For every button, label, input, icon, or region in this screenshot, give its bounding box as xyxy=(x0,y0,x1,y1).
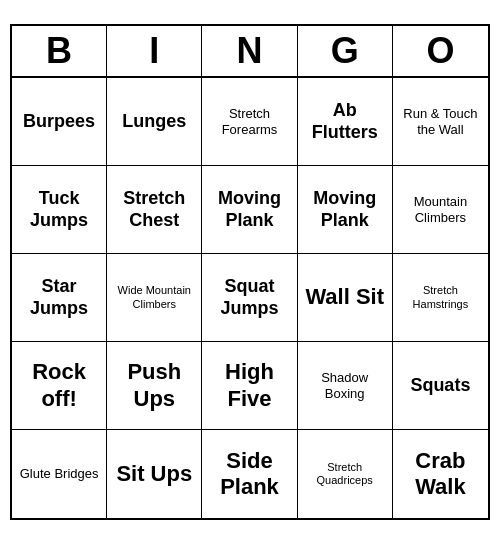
bingo-cell: Crab Walk xyxy=(393,430,488,518)
cell-label: Run & Touch the Wall xyxy=(397,106,484,137)
cell-label: Squat Jumps xyxy=(206,276,292,319)
bingo-cell: Burpees xyxy=(12,78,107,166)
bingo-header: BINGO xyxy=(12,26,488,78)
bingo-cell: Shadow Boxing xyxy=(298,342,393,430)
cell-label: Stretch Chest xyxy=(111,188,197,231)
bingo-cell: Star Jumps xyxy=(12,254,107,342)
header-letter: B xyxy=(12,26,107,76)
bingo-cell: Side Plank xyxy=(202,430,297,518)
bingo-cell: Ab Flutters xyxy=(298,78,393,166)
cell-label: Rock off! xyxy=(16,359,102,412)
cell-label: Glute Bridges xyxy=(20,466,99,482)
cell-label: Side Plank xyxy=(206,448,292,501)
bingo-cell: Lunges xyxy=(107,78,202,166)
bingo-card: BINGO BurpeesLungesStretch ForearmsAb Fl… xyxy=(10,24,490,520)
bingo-cell: Squat Jumps xyxy=(202,254,297,342)
cell-label: Stretch Quadriceps xyxy=(302,461,388,487)
cell-label: Crab Walk xyxy=(397,448,484,501)
bingo-cell: Run & Touch the Wall xyxy=(393,78,488,166)
bingo-cell: Stretch Forearms xyxy=(202,78,297,166)
bingo-cell: Mountain Climbers xyxy=(393,166,488,254)
cell-label: Shadow Boxing xyxy=(302,370,388,401)
bingo-cell: Push Ups xyxy=(107,342,202,430)
cell-label: Stretch Forearms xyxy=(206,106,292,137)
cell-label: Star Jumps xyxy=(16,276,102,319)
cell-label: Stretch Hamstrings xyxy=(397,284,484,310)
cell-label: Lunges xyxy=(122,111,186,133)
cell-label: Wall Sit xyxy=(305,284,384,310)
bingo-cell: Stretch Quadriceps xyxy=(298,430,393,518)
bingo-cell: Stretch Chest xyxy=(107,166,202,254)
cell-label: Ab Flutters xyxy=(302,100,388,143)
bingo-cell: Moving Plank xyxy=(298,166,393,254)
cell-label: Tuck Jumps xyxy=(16,188,102,231)
cell-label: Squats xyxy=(410,375,470,397)
bingo-cell: Wall Sit xyxy=(298,254,393,342)
bingo-cell: Moving Plank xyxy=(202,166,297,254)
bingo-cell: High Five xyxy=(202,342,297,430)
cell-label: Moving Plank xyxy=(206,188,292,231)
header-letter: O xyxy=(393,26,488,76)
header-letter: N xyxy=(202,26,297,76)
cell-label: Mountain Climbers xyxy=(397,194,484,225)
bingo-cell: Tuck Jumps xyxy=(12,166,107,254)
header-letter: G xyxy=(298,26,393,76)
bingo-grid: BurpeesLungesStretch ForearmsAb Flutters… xyxy=(12,78,488,518)
cell-label: Burpees xyxy=(23,111,95,133)
bingo-cell: Rock off! xyxy=(12,342,107,430)
bingo-cell: Squats xyxy=(393,342,488,430)
cell-label: High Five xyxy=(206,359,292,412)
cell-label: Push Ups xyxy=(111,359,197,412)
header-letter: I xyxy=(107,26,202,76)
cell-label: Moving Plank xyxy=(302,188,388,231)
cell-label: Sit Ups xyxy=(116,461,192,487)
bingo-cell: Glute Bridges xyxy=(12,430,107,518)
cell-label: Wide Mountain Climbers xyxy=(111,284,197,310)
bingo-cell: Stretch Hamstrings xyxy=(393,254,488,342)
bingo-cell: Wide Mountain Climbers xyxy=(107,254,202,342)
bingo-cell: Sit Ups xyxy=(107,430,202,518)
